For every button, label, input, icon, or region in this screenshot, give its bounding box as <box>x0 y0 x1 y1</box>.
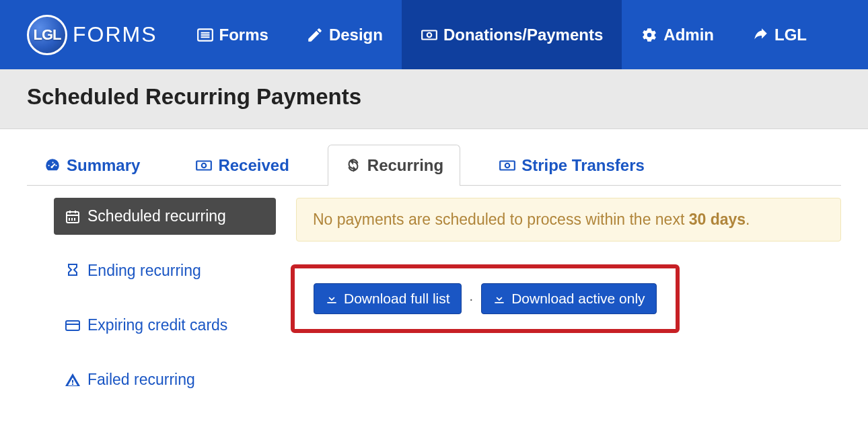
credit-card-icon <box>65 318 81 334</box>
page-header: Scheduled Recurring Payments <box>0 69 868 129</box>
tab-recurring[interactable]: Recurring <box>328 145 460 186</box>
list-icon <box>196 26 214 44</box>
nav-item-label: Donations/Payments <box>443 26 603 44</box>
tab-received[interactable]: Received <box>178 145 305 186</box>
alert-text-bold: 30 days <box>689 211 746 228</box>
sidebar-item-label: Expiring credit cards <box>87 316 227 334</box>
sidebar-item-scheduled-recurring[interactable]: Scheduled recurring <box>54 198 276 235</box>
nav-item-label: Forms <box>219 26 268 44</box>
alert-text-prefix: No payments are scheduled to process wit… <box>313 211 689 228</box>
hourglass-icon <box>65 263 81 279</box>
main-panel: No payments are scheduled to process wit… <box>296 198 841 398</box>
sidebar-item-label: Ending recurring <box>87 262 201 280</box>
button-label: Download active only <box>511 291 645 307</box>
nav-item-forms[interactable]: Forms <box>178 0 287 69</box>
money-icon <box>195 157 213 174</box>
top-navbar: LGL FORMS Forms Design Donations/Payment… <box>0 0 868 69</box>
sidebar-item-failed-recurring[interactable]: Failed recurring <box>54 361 276 398</box>
button-label: Download full list <box>344 291 450 307</box>
download-icon <box>325 292 338 305</box>
sidebar-item-expiring-credit-cards[interactable]: Expiring credit cards <box>54 307 276 344</box>
download-buttons-highlight: Download full list · Download active onl… <box>291 264 680 333</box>
download-icon <box>493 292 506 305</box>
nav-item-label: Admin <box>663 26 714 44</box>
nav-item-admin[interactable]: Admin <box>622 0 733 69</box>
content-row: Scheduled recurring Ending recurring Exp… <box>27 186 841 398</box>
money-icon <box>421 26 438 44</box>
nav-item-donations-payments[interactable]: Donations/Payments <box>402 0 622 69</box>
nav-item-label: Design <box>329 26 383 44</box>
sidebar-item-ending-recurring[interactable]: Ending recurring <box>54 252 276 289</box>
sidebar-item-label: Failed recurring <box>87 371 195 389</box>
nav-item-design[interactable]: Design <box>287 0 402 69</box>
side-nav: Scheduled recurring Ending recurring Exp… <box>54 198 276 398</box>
money-icon <box>499 157 516 174</box>
brand-badge: LGL <box>27 15 67 55</box>
tabs-area: Summary Received Recurring Stripe Transf… <box>0 129 868 398</box>
dashboard-icon <box>44 157 61 174</box>
refresh-icon <box>345 157 362 174</box>
warning-icon <box>65 372 81 388</box>
alert-no-payments: No payments are scheduled to process wit… <box>296 198 841 242</box>
tab-label: Summary <box>67 156 140 175</box>
alert-text-suffix: . <box>746 211 750 228</box>
sidebar-item-label: Scheduled recurring <box>87 207 226 225</box>
brand-logo[interactable]: LGL FORMS <box>27 15 157 55</box>
tabs: Summary Received Recurring Stripe Transf… <box>27 144 841 186</box>
page-title: Scheduled Recurring Payments <box>27 84 841 110</box>
calendar-icon <box>65 209 81 225</box>
pencil-icon <box>306 26 324 44</box>
download-full-list-button[interactable]: Download full list <box>314 283 462 314</box>
tab-summary[interactable]: Summary <box>27 145 157 186</box>
tab-label: Stripe Transfers <box>521 156 645 175</box>
tab-label: Recurring <box>367 156 443 175</box>
tab-stripe-transfers[interactable]: Stripe Transfers <box>482 145 661 186</box>
share-icon <box>752 26 769 44</box>
brand-product-text: FORMS <box>73 22 157 47</box>
separator-dot: · <box>468 291 475 307</box>
download-active-only-button[interactable]: Download active only <box>481 283 656 314</box>
nav-item-lgl[interactable]: LGL <box>733 0 826 69</box>
tab-label: Received <box>218 156 289 175</box>
nav-item-label: LGL <box>774 26 807 44</box>
gear-icon <box>641 26 658 44</box>
nav-links: Forms Design Donations/Payments Admin LG… <box>178 0 826 69</box>
